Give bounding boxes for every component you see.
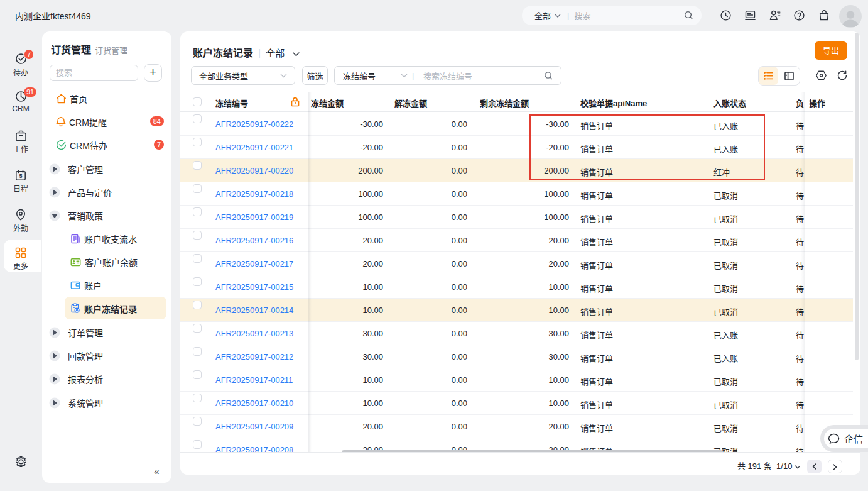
svg-text:5: 5 — [19, 173, 23, 179]
